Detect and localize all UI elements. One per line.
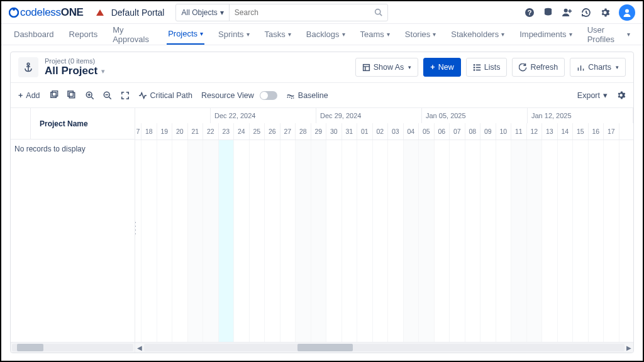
main-nav: Dashboard Reports My Approvals Projects▾…	[1, 24, 643, 45]
all-objects-selector[interactable]: All Objects ▾	[176, 4, 229, 21]
timeline-day-header: 09	[480, 123, 496, 140]
add-button[interactable]: +Add	[18, 91, 40, 100]
svg-point-11	[27, 63, 30, 65]
charts-label: Charts	[588, 63, 611, 72]
nav-teams[interactable]: Teams▾	[359, 24, 391, 45]
timeline-day-header: 05	[419, 123, 435, 140]
settings-icon[interactable]	[600, 8, 610, 18]
help-icon[interactable]: ?	[525, 8, 535, 18]
timeline-day-column	[480, 140, 496, 342]
timeline-day-column	[511, 140, 527, 342]
empty-message: No records to display	[11, 140, 135, 343]
scroll-left-icon[interactable]: ◀	[135, 344, 144, 351]
nav-approvals[interactable]: My Approvals	[111, 24, 154, 45]
nav-dashboard[interactable]: Dashboard	[13, 24, 55, 45]
plus-icon: +	[18, 91, 23, 100]
svg-line-3	[380, 14, 382, 16]
collapse-all-icon[interactable]	[67, 90, 77, 100]
database-icon[interactable]	[543, 8, 553, 17]
timeline-day-column	[404, 140, 419, 342]
fit-icon[interactable]	[121, 91, 130, 100]
timeline-day-column	[573, 140, 589, 342]
zoom-out-icon[interactable]	[103, 91, 112, 100]
svg-line-31	[91, 97, 94, 99]
charts-button[interactable]: Charts▾	[570, 58, 626, 77]
history-icon[interactable]	[581, 8, 591, 18]
svg-rect-14	[363, 64, 369, 70]
nav-stories[interactable]: Stories▾	[404, 24, 437, 45]
caret-down-icon: ▾	[247, 31, 250, 38]
nav-reports-label: Reports	[69, 30, 98, 39]
svg-rect-21	[474, 69, 475, 70]
timeline-day-header: 15	[573, 123, 589, 140]
timeline-week-header: Dec 29, 2024	[316, 108, 422, 123]
export-label: Export	[577, 91, 600, 100]
caret-down-icon: ▾	[433, 31, 436, 38]
search-icon[interactable]	[374, 8, 382, 16]
timeline-day-column	[558, 140, 574, 342]
timeline-day-header: 24	[234, 123, 250, 140]
logo[interactable]: codelessONE	[9, 6, 84, 19]
timeline-day-header: 19	[157, 123, 173, 140]
nav-sprints[interactable]: Sprints▾	[217, 24, 250, 45]
nav-reports[interactable]: Reports	[68, 24, 99, 45]
nav-impediments[interactable]: Impediments▾	[518, 24, 573, 45]
avatar[interactable]	[619, 4, 635, 21]
refresh-button[interactable]: Refresh	[512, 58, 565, 77]
timeline-day-column	[142, 140, 157, 342]
caret-down-icon: ▾	[627, 31, 630, 38]
caret-down-icon: ▾	[603, 90, 608, 100]
scroll-right-icon[interactable]: ▶	[625, 344, 633, 351]
gantt-toolbar: +Add Critical Path Resource View Baselin…	[11, 82, 633, 107]
left-horizontal-scrollbar[interactable]	[11, 343, 135, 353]
expand-all-icon[interactable]	[49, 90, 58, 100]
add-user-icon[interactable]	[562, 8, 572, 17]
toggle-switch[interactable]	[260, 91, 277, 100]
svg-rect-19	[474, 67, 475, 68]
column-header-project-name[interactable]: Project Name	[31, 119, 135, 128]
svg-rect-22	[476, 70, 480, 71]
timeline-day-header: 7	[135, 123, 142, 140]
search-input[interactable]	[230, 4, 374, 21]
timeline-day-header: 27	[280, 123, 296, 140]
nav-backlogs[interactable]: Backlogs▾	[305, 24, 347, 45]
portal-name[interactable]: Default Portal	[111, 8, 165, 18]
timeline-day-column	[296, 140, 311, 342]
lists-label: Lists	[484, 63, 501, 72]
gantt-settings-icon[interactable]	[616, 90, 626, 100]
nav-tasks[interactable]: Tasks▾	[264, 24, 292, 45]
nav-projects[interactable]: Projects▾	[167, 24, 204, 45]
timeline-day-column	[435, 140, 450, 342]
timeline-day-header: 13	[542, 123, 558, 140]
baseline-icon	[286, 92, 295, 99]
resource-view-toggle[interactable]: Resource View	[201, 91, 277, 100]
timeline-horizontal-scrollbar[interactable]: ◀ ▶	[135, 343, 633, 353]
timeline-day-header: 31	[342, 123, 358, 140]
timeline-day-header: 30	[326, 123, 342, 140]
timeline-day-column	[589, 140, 604, 342]
timeline-day-header: 26	[265, 123, 280, 140]
page-title[interactable]: All Project	[45, 65, 97, 77]
chart-icon	[577, 63, 585, 72]
new-button[interactable]: + New	[423, 58, 460, 77]
all-objects-label: All Objects	[181, 8, 217, 17]
top-icons: ?	[525, 4, 635, 21]
timeline-day-header: 12	[527, 123, 543, 140]
list-icon	[473, 63, 481, 71]
nav-stakeholders[interactable]: Stakeholders▾	[450, 24, 506, 45]
baseline-button[interactable]: Baseline	[286, 91, 328, 100]
timeline-day-column	[157, 140, 173, 342]
timeline-day-header: 06	[435, 123, 450, 140]
critical-path-button[interactable]: Critical Path	[138, 91, 192, 100]
breadcrumb: Project (0 items)	[45, 57, 105, 65]
timeline-day-column	[188, 140, 204, 342]
export-button[interactable]: Export▾	[577, 90, 608, 100]
nav-sprints-label: Sprints	[218, 30, 243, 39]
nav-projects-label: Projects	[168, 29, 197, 38]
zoom-in-icon[interactable]	[86, 91, 94, 100]
show-as-button[interactable]: Show As▾	[355, 58, 419, 77]
nav-userprofiles[interactable]: User Profiles▾	[586, 24, 631, 45]
lists-button[interactable]: Lists	[466, 58, 508, 77]
timeline-day-column	[450, 140, 465, 342]
show-as-label: Show As	[374, 63, 404, 72]
